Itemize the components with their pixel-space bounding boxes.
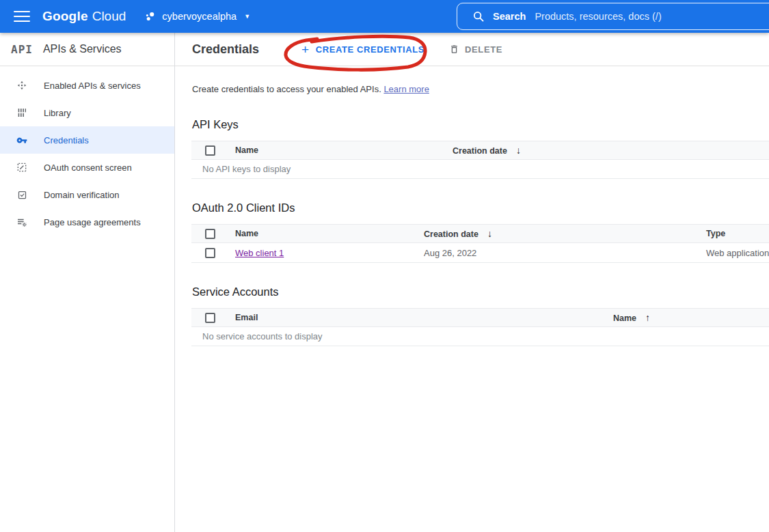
main-content: Credentials + CREATE CREDENTIALS DELETE …: [175, 33, 769, 532]
app-bar: Google Cloud cybervoycealpha ▼ Search Pr…: [0, 0, 769, 33]
column-header-creation-date[interactable]: Creation date↓: [413, 228, 695, 239]
sidebar-product-title: APIs & Services: [43, 43, 122, 55]
chevron-down-icon: ▼: [244, 13, 250, 20]
search-input[interactable]: Search Products, resources, docs (/): [457, 3, 769, 30]
service-accounts-empty-row: No service accounts to display: [191, 327, 769, 346]
sidebar-item-label: Library: [44, 108, 71, 118]
api-keys-empty-row: No API keys to display: [191, 160, 769, 179]
creation-date-label: Creation date: [453, 146, 507, 156]
delete-label: DELETE: [465, 44, 502, 55]
oauth-clients-heading: OAuth 2.0 Client IDs: [192, 201, 769, 214]
oauth-table-header: Name Creation date↓ Type: [191, 224, 769, 243]
select-all-checkbox[interactable]: [205, 229, 215, 239]
search-icon: [472, 10, 485, 23]
project-dots-icon: [145, 11, 156, 22]
column-header-creation-date[interactable]: Creation date↓: [442, 145, 769, 156]
sidebar-item-domain-verification[interactable]: Domain verification: [0, 181, 174, 208]
trash-icon: [449, 44, 459, 55]
intro-sentence: Create credentials to access your enable…: [192, 84, 381, 94]
page-title: Credentials: [192, 42, 259, 57]
logo-google-text: Google: [42, 9, 88, 24]
plus-icon: +: [301, 43, 310, 56]
oauth-client-link[interactable]: Web client 1: [235, 248, 284, 258]
row-checkbox[interactable]: [205, 248, 215, 258]
column-header-email[interactable]: Email: [224, 313, 602, 322]
sidebar-item-credentials[interactable]: Credentials: [0, 126, 174, 154]
api-keys-heading: API Keys: [192, 118, 769, 131]
sidebar-item-label: OAuth consent screen: [44, 163, 132, 173]
service-accounts-table-header: Email Name↑: [191, 308, 769, 327]
enabled-apis-icon: [16, 80, 27, 91]
search-placeholder: Products, resources, docs (/): [535, 11, 661, 22]
sidebar-header: API APIs & Services: [0, 33, 174, 66]
sidebar-item-label: Page usage agreements: [44, 217, 141, 227]
google-cloud-logo[interactable]: Google Cloud: [42, 9, 126, 24]
learn-more-link[interactable]: Learn more: [383, 84, 429, 94]
search-label: Search: [493, 11, 526, 22]
service-accounts-heading: Service Accounts: [192, 285, 769, 298]
agreements-gear-icon: [16, 216, 27, 227]
sidebar-item-label: Credentials: [44, 135, 89, 145]
column-header-name[interactable]: Name: [224, 229, 413, 238]
sidebar-item-enabled-apis[interactable]: Enabled APIs & services: [0, 72, 174, 99]
project-name: cybervoycealpha: [162, 11, 237, 22]
table-row: Web client 1 Aug 26, 2022 Web applicatio…: [191, 243, 769, 263]
service-accounts-table: Email Name↑: [191, 308, 769, 327]
sidebar-item-library[interactable]: Library: [0, 99, 174, 126]
menu-icon[interactable]: [14, 8, 30, 25]
api-product-icon: API: [11, 43, 33, 56]
page-header: Credentials + CREATE CREDENTIALS DELETE: [175, 33, 769, 66]
sidebar-item-label: Domain verification: [44, 190, 120, 200]
creation-date-label: Creation date: [424, 229, 478, 239]
domain-verification-icon: [16, 189, 27, 200]
oauth-consent-icon: [16, 162, 27, 173]
key-icon: [16, 135, 27, 145]
sidebar: API APIs & Services Enabled APIs & servi…: [0, 33, 175, 532]
sidebar-item-label: Enabled APIs & services: [44, 81, 141, 91]
sidebar-nav: Enabled APIs & services Library Credenti…: [0, 66, 174, 236]
select-all-checkbox[interactable]: [205, 313, 215, 323]
select-all-checkbox[interactable]: [205, 145, 215, 156]
oauth-clients-table: Name Creation date↓ Type Web client 1 Au…: [191, 224, 769, 263]
sort-asc-icon: ↑: [645, 312, 650, 323]
delete-button[interactable]: DELETE: [449, 44, 502, 55]
sidebar-item-page-usage-agreements[interactable]: Page usage agreements: [0, 208, 174, 236]
api-keys-table-header: Name Creation date↓: [191, 141, 769, 160]
oauth-client-creation-date: Aug 26, 2022: [413, 248, 695, 258]
name-label: Name: [613, 313, 636, 323]
sort-desc-icon: ↓: [487, 228, 492, 239]
column-header-name[interactable]: Name↑: [602, 312, 769, 323]
logo-cloud-text: Cloud: [92, 9, 126, 24]
intro-text: Create credentials to access your enable…: [192, 84, 769, 94]
library-icon: [16, 107, 27, 118]
sort-desc-icon: ↓: [516, 145, 521, 156]
project-selector[interactable]: cybervoycealpha ▼: [145, 11, 250, 22]
create-credentials-label: CREATE CREDENTIALS: [316, 44, 424, 55]
create-credentials-button[interactable]: + CREATE CREDENTIALS: [301, 43, 424, 56]
oauth-client-type: Web application: [695, 248, 769, 258]
column-header-name[interactable]: Name: [224, 145, 442, 155]
column-header-type[interactable]: Type: [695, 229, 769, 238]
sidebar-item-oauth-consent[interactable]: OAuth consent screen: [0, 154, 174, 181]
api-keys-table: Name Creation date↓: [191, 141, 769, 160]
